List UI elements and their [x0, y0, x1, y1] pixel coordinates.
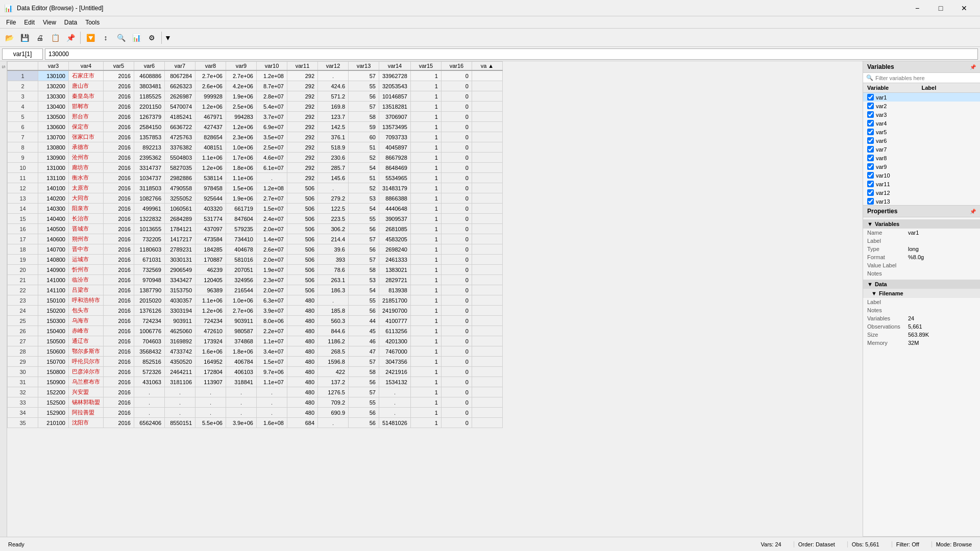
cell-var9[interactable]: 4.2e+06 [226, 81, 257, 91]
cell-var13[interactable]: 57 [349, 70, 379, 81]
print-button[interactable]: 🖨 [33, 31, 47, 45]
cell-var7[interactable]: 4030357 [165, 295, 195, 306]
cell-var5[interactable]: 2016 [104, 153, 134, 163]
cell-var15[interactable]: 1 [410, 70, 441, 81]
cell-var5[interactable]: 2016 [104, 102, 134, 112]
cell-var5[interactable]: 2016 [104, 183, 134, 193]
cell-var13[interactable]: 54 [349, 163, 379, 173]
cell-var9[interactable]: 661719 [226, 204, 257, 214]
var-checkbox[interactable] [867, 181, 874, 187]
cell-var5[interactable]: 2016 [104, 346, 134, 357]
cell-var10[interactable]: 3.5e+07 [257, 132, 287, 142]
cell-var5[interactable]: 2016 [104, 316, 134, 326]
cell-var7[interactable]: 4733742 [165, 346, 195, 357]
cell-var6[interactable]: 2015020 [134, 295, 165, 306]
cell-var16[interactable]: 0 [441, 336, 472, 346]
cell-var16[interactable]: 0 [441, 295, 472, 306]
cell-var9[interactable]: 1.8e+06 [226, 163, 257, 173]
cell-var16[interactable]: 0 [441, 214, 472, 224]
pin-icon[interactable]: 📌 [970, 64, 976, 70]
cell-var16[interactable]: 0 [441, 418, 472, 428]
cell-var5[interactable]: 2016 [104, 224, 134, 234]
cell-var12[interactable]: . [318, 295, 349, 306]
menu-edit[interactable]: Edit [20, 18, 39, 27]
cell-var16[interactable]: 0 [441, 397, 472, 408]
col-header-var12[interactable]: var12 [318, 62, 349, 71]
cell-var15[interactable]: 1 [410, 163, 441, 173]
cell-var3[interactable]: 130700 [38, 132, 69, 142]
var-checkbox[interactable] [867, 146, 874, 153]
cell-var13[interactable]: 46 [349, 336, 379, 346]
row-number[interactable]: 11 [8, 173, 38, 183]
filename-group-header[interactable]: ▼ Filename [863, 289, 980, 298]
close-button[interactable]: ✕ [952, 0, 976, 16]
cell-var13[interactable]: 52 [349, 183, 379, 193]
cell-var3[interactable]: 152500 [38, 397, 69, 408]
cell-var5[interactable]: 2016 [104, 285, 134, 295]
cell-var11[interactable]: 480 [287, 346, 318, 357]
cell-var4[interactable]: 太原市 [69, 183, 104, 193]
cell-var6[interactable]: 3803481 [134, 81, 165, 91]
cell-var9[interactable]: 1.7e+06 [226, 153, 257, 163]
cell-var10[interactable]: 2.5e+07 [257, 142, 287, 153]
open-button[interactable]: 📂 [2, 31, 16, 45]
cell-var6[interactable]: 1267379 [134, 112, 165, 122]
cell-var11[interactable]: 506 [287, 275, 318, 285]
filter-button[interactable]: 🔽 [83, 31, 97, 45]
cell-var5[interactable]: 2016 [104, 367, 134, 377]
cell-var11[interactable]: 480 [287, 408, 318, 418]
cell-var6[interactable]: 499961 [134, 204, 165, 214]
cell-var7[interactable]: 8067284 [165, 70, 195, 81]
cell-var7[interactable]: . [165, 387, 195, 397]
cell-va[interactable] [472, 112, 502, 122]
cell-var15[interactable]: 1 [410, 418, 441, 428]
row-number[interactable]: 18 [8, 244, 38, 255]
cell-var12[interactable]: 393 [318, 255, 349, 265]
cell-var10[interactable]: 1.4e+07 [257, 234, 287, 244]
cell-var16[interactable]: 0 [441, 234, 472, 244]
cell-var13[interactable]: 60 [349, 132, 379, 142]
cell-var4[interactable]: 石家庄市 [69, 70, 104, 81]
cell-var8[interactable]: 403320 [195, 204, 226, 214]
cell-va[interactable] [472, 132, 502, 142]
cell-var7[interactable]: 4185241 [165, 112, 195, 122]
cell-var7[interactable]: . [165, 408, 195, 418]
cell-var13[interactable]: 57 [349, 255, 379, 265]
cell-var11[interactable]: 292 [287, 153, 318, 163]
cell-var16[interactable]: 0 [441, 81, 472, 91]
cell-var3[interactable]: 131000 [38, 163, 69, 173]
col-header-var8[interactable]: var8 [195, 62, 226, 71]
cell-var4[interactable]: 张家口市 [69, 132, 104, 142]
cell-var8[interactable]: 1.6e+06 [195, 346, 226, 357]
cell-var5[interactable]: 2016 [104, 173, 134, 183]
cell-var8[interactable]: 2.6e+06 [195, 81, 226, 91]
cell-var14[interactable]: 2698240 [379, 244, 411, 255]
cell-var4[interactable]: 沧州市 [69, 153, 104, 163]
cell-va[interactable] [472, 244, 502, 255]
cell-var5[interactable]: 2016 [104, 163, 134, 173]
cell-reference-input[interactable] [2, 48, 43, 60]
cell-var6[interactable]: 1185525 [134, 91, 165, 102]
cell-va[interactable] [472, 285, 502, 295]
cell-var14[interactable]: 2681085 [379, 224, 411, 234]
cell-va[interactable] [472, 346, 502, 357]
cell-var16[interactable]: 0 [441, 70, 472, 81]
cell-var13[interactable]: 58 [349, 367, 379, 377]
var-list-item[interactable]: var10 [863, 171, 980, 180]
col-header-var15[interactable]: var15 [410, 62, 441, 71]
cell-var10[interactable]: 4.6e+07 [257, 153, 287, 163]
cell-var4[interactable]: 兴安盟 [69, 387, 104, 397]
cell-var12[interactable]: 571.2 [318, 91, 349, 102]
row-number[interactable]: 14 [8, 204, 38, 214]
cell-var12[interactable]: . [318, 418, 349, 428]
cell-var7[interactable]: 3255052 [165, 193, 195, 204]
cell-var11[interactable]: 292 [287, 173, 318, 183]
cell-va[interactable] [472, 183, 502, 193]
cell-var4[interactable]: 赤峰市 [69, 326, 104, 336]
var-checkbox[interactable] [867, 155, 874, 161]
cell-var14[interactable]: 51481026 [379, 418, 411, 428]
cell-var10[interactable]: 8.7e+07 [257, 81, 287, 91]
cell-va[interactable] [472, 193, 502, 204]
cell-var9[interactable]: 3.9e+06 [226, 418, 257, 428]
cell-var16[interactable]: 0 [441, 367, 472, 377]
